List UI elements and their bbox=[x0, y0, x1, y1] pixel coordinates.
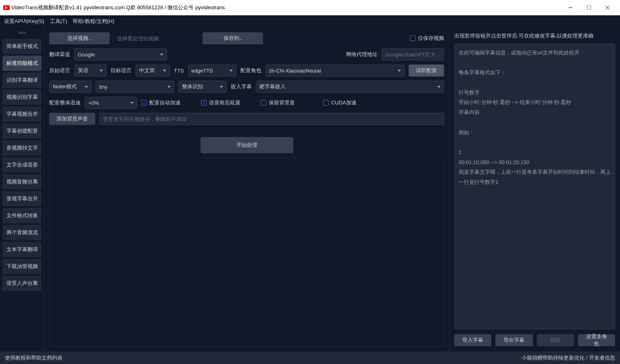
voice-speed-label: 配音整体语速 bbox=[49, 99, 81, 106]
select-video-button[interactable]: 选择视频.. bbox=[49, 32, 110, 44]
multi-role-button[interactable]: 设置多角色 bbox=[578, 334, 615, 346]
source-language-label: 原始语言 bbox=[49, 67, 70, 74]
statusbar: 使用教程和帮助文档列表 小额捐赠帮助持续更新优化 / 开发者信息 bbox=[0, 351, 620, 364]
export-subtitle-button[interactable]: 导出字幕 bbox=[495, 334, 532, 346]
main-panel: 选择视频.. 保存到.. 仅保存视频 翻译渠道 Google 网络代理地址 原始… bbox=[44, 27, 449, 351]
sidebar-item-10[interactable]: 文件格式转换 bbox=[2, 208, 42, 223]
sidebar-item-6[interactable]: 音视频转文字 bbox=[2, 140, 42, 156]
close-button[interactable] bbox=[598, 0, 617, 15]
model-size-select[interactable]: tiny bbox=[96, 81, 174, 93]
auto-speed-checkbox[interactable]: 配音自动加速 bbox=[141, 99, 181, 106]
menu-help[interactable]: 帮助/教程/文档(H) bbox=[73, 18, 114, 25]
tts-label: TTS bbox=[174, 68, 184, 74]
sidebar-item-0[interactable]: 简单新手模式 bbox=[2, 39, 42, 54]
proxy-label: 网络代理地址 bbox=[346, 51, 378, 58]
source-language-select[interactable]: 英语 bbox=[74, 64, 106, 77]
sidebar-item-13[interactable]: 下载油管视频 bbox=[2, 259, 42, 274]
sidebar: ══ 简单新手模式标准功能模式识别字幕翻译视频识别字幕字幕视频合并字幕创建配音音… bbox=[0, 27, 44, 351]
log-output-area bbox=[49, 157, 444, 346]
subtitle-panel: 出现暂停按钮并点击暂停后,可在此修改字幕,以便处理更准确 在此可编辑字幕信息，或… bbox=[449, 27, 620, 351]
svg-rect-1 bbox=[587, 6, 591, 10]
sidebar-item-7[interactable]: 文字合成语音 bbox=[2, 157, 42, 173]
voice-role-select[interactable]: zh-CN-XiaoxiaoNeural bbox=[265, 64, 405, 77]
voice-extend-checkbox[interactable]: 语音前后延展 bbox=[201, 99, 240, 106]
sidebar-item-14[interactable]: 背景人声分离 bbox=[2, 276, 42, 291]
titlebar: VideoTrans视频翻译配音v1.41 pyvideotrans.com Q… bbox=[0, 0, 620, 15]
cuda-checkbox[interactable]: CUDA加速 bbox=[323, 99, 357, 106]
sidebar-item-2[interactable]: 识别字幕翻译 bbox=[2, 73, 42, 88]
sidebar-item-8[interactable]: 视频音频分离 bbox=[2, 174, 42, 189]
voice-role-label: 配音角色 bbox=[240, 67, 261, 74]
status-developer-link[interactable]: 开发者信息 bbox=[589, 355, 615, 361]
subtitle-editor[interactable]: 在此可编辑字幕信息，或拖动已有srt文件到此处松开 每条字幕格式如下： 行号数字… bbox=[454, 44, 615, 329]
menu-tools[interactable]: 工具(T) bbox=[50, 18, 67, 25]
translate-channel-select[interactable]: Google bbox=[74, 48, 167, 60]
preview-button[interactable]: 试听 bbox=[537, 334, 574, 346]
status-help-link[interactable]: 使用教程和帮助文档列表 bbox=[5, 354, 63, 362]
selected-video-display bbox=[114, 32, 198, 44]
only-save-video-checkbox[interactable]: 仅保存视频 bbox=[410, 35, 444, 42]
sidebar-item-5[interactable]: 字幕创建配音 bbox=[2, 123, 42, 139]
test-voice-button[interactable]: 试听配音 bbox=[409, 64, 444, 77]
sidebar-item-11[interactable]: 两个音频混流 bbox=[2, 225, 42, 240]
sidebar-item-4[interactable]: 字幕视频合并 bbox=[2, 106, 42, 122]
sidebar-item-9[interactable]: 音视字幕合并 bbox=[2, 191, 42, 206]
app-logo-icon bbox=[3, 5, 10, 10]
menu-settings[interactable]: 设置API与Key(S) bbox=[4, 18, 44, 25]
recognition-type-select[interactable]: 整体识别 bbox=[178, 81, 227, 93]
sidebar-item-12[interactable]: 文本字幕翻译 bbox=[2, 242, 42, 257]
subtitle-panel-title: 出现暂停按钮并点击暂停后,可在此修改字幕,以便处理更准确 bbox=[454, 32, 615, 40]
target-language-select[interactable]: 中文简 bbox=[136, 64, 170, 77]
sidebar-handle-icon[interactable]: ══ bbox=[0, 29, 44, 35]
proxy-input[interactable] bbox=[382, 48, 444, 60]
voice-speed-input[interactable]: +0% bbox=[85, 97, 137, 109]
import-subtitle-button[interactable]: 导入字幕 bbox=[454, 334, 491, 346]
tts-select[interactable]: edgeTTS bbox=[188, 64, 236, 77]
embed-subtitle-label: 嵌入字幕 bbox=[231, 83, 252, 90]
add-background-sound-button[interactable]: 添加背景声音 bbox=[49, 113, 95, 125]
translate-channel-label: 翻译渠道 bbox=[49, 51, 70, 58]
sidebar-item-1[interactable]: 标准功能模式 bbox=[2, 56, 42, 71]
maximize-button[interactable] bbox=[580, 0, 598, 15]
keep-background-checkbox[interactable]: 保留背景音 bbox=[261, 99, 295, 106]
sidebar-item-3[interactable]: 视频识别字幕 bbox=[2, 89, 42, 105]
status-donate-link[interactable]: 小额捐赠帮助持续更新优化 bbox=[522, 355, 585, 361]
background-sound-path-input[interactable] bbox=[99, 113, 444, 125]
minimize-button[interactable] bbox=[561, 0, 580, 15]
embed-subtitle-select[interactable]: 硬字幕嵌入 bbox=[256, 81, 444, 93]
target-language-label: 目标语言 bbox=[111, 67, 132, 74]
start-process-button[interactable]: 开始处理 bbox=[200, 137, 293, 153]
menubar: 设置API与Key(S) 工具(T) 帮助/教程/文档(H) bbox=[0, 15, 620, 27]
recognition-mode-select[interactable]: faster模式 bbox=[49, 81, 92, 93]
window-title: VideoTrans视频翻译配音v1.41 pyvideotrans.com Q… bbox=[11, 4, 225, 11]
save-to-button[interactable]: 保存到.. bbox=[202, 32, 263, 44]
